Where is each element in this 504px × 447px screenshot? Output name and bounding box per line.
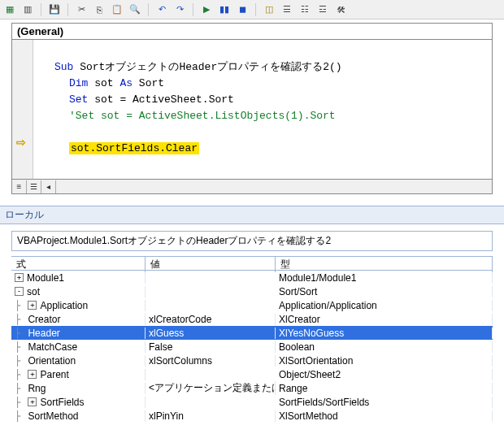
- locals-var-name: SortFields: [40, 397, 84, 408]
- locals-row[interactable]: ├ +ApplicationApplication/Application: [11, 298, 493, 312]
- locals-var-name: SortMethod: [28, 410, 78, 422]
- properties-icon[interactable]: ☷: [298, 3, 311, 16]
- locals-var-name: Header: [28, 328, 59, 339]
- procedure-dropdown[interactable]: (General): [11, 23, 493, 40]
- execution-pointer-icon: ⇨: [16, 136, 26, 149]
- paste-icon[interactable]: 📋: [111, 3, 124, 16]
- tree-toggle-icon[interactable]: +: [15, 273, 24, 282]
- project-explorer-icon[interactable]: ☰: [280, 3, 293, 16]
- current-exec-line: sot.SortFields.Clear: [69, 142, 199, 154]
- locals-row[interactable]: ├ +SortFieldsSortFields/SortFields: [11, 395, 493, 409]
- locals-var-type: Sort/Sort: [276, 286, 493, 297]
- code-gutter: ⇨: [12, 40, 33, 179]
- find-icon[interactable]: 🔍: [128, 3, 141, 16]
- locals-var-value: xlCreatorCode: [146, 314, 276, 325]
- save-icon[interactable]: 💾: [48, 3, 61, 16]
- keyword-set: Set: [69, 93, 88, 106]
- locals-row[interactable]: ├ CreatorxlCreatorCodeXlCreator: [11, 312, 493, 326]
- cut-icon[interactable]: ✂: [75, 3, 88, 16]
- locals-var-value: xlSortColumns: [146, 355, 276, 367]
- locals-grid-body: +Module1Module1/Module1-sotSort/Sort├ +A…: [11, 271, 493, 423]
- undo-icon[interactable]: ↶: [155, 3, 168, 16]
- sub-name: SortオブジェクトのHeaderプロパティを確認する2(): [73, 61, 341, 73]
- locals-var-type: Object/Sheet2: [276, 369, 493, 380]
- locals-grid-header: 式 値 型: [11, 257, 493, 271]
- col-value[interactable]: 値: [146, 257, 276, 272]
- locals-var-type: XlYesNoGuess: [276, 328, 493, 339]
- locals-var-name: Application: [40, 300, 88, 311]
- locals-var-name: Orientation: [28, 355, 76, 367]
- locals-row[interactable]: +Module1Module1/Module1: [11, 271, 493, 284]
- locals-context: VBAProject.Module1.SortオブジェクトのHeaderプロパテ…: [11, 231, 493, 251]
- locals-var-name: Parent: [40, 369, 68, 380]
- design-mode-icon[interactable]: ◫: [263, 3, 276, 16]
- procedure-view-icon[interactable]: ☰: [27, 180, 41, 193]
- locals-row[interactable]: ├ SortMethodxlPinYinXlSortMethod: [11, 409, 493, 423]
- run-icon[interactable]: ▶: [200, 3, 213, 16]
- locals-row[interactable]: ├ OrientationxlSortColumnsXlSortOrientat…: [11, 354, 493, 367]
- locals-var-type: XlCreator: [276, 314, 493, 325]
- object-browser-icon[interactable]: ☲: [316, 3, 329, 16]
- locals-var-type: SortFields/SortFields: [276, 397, 493, 408]
- stop-icon[interactable]: ◼: [236, 3, 249, 16]
- locals-row[interactable]: ├ MatchCaseFalseBoolean: [11, 340, 493, 354]
- locals-var-type: XlSortOrientation: [276, 355, 493, 367]
- locals-var-value: <アプリケーション定義または: [146, 381, 276, 395]
- col-type[interactable]: 型: [276, 257, 493, 272]
- sheet-icon[interactable]: ▥: [21, 3, 34, 16]
- procedure-dropdown-label: (General): [17, 25, 63, 37]
- tree-toggle-icon[interactable]: +: [28, 301, 37, 310]
- main-toolbar: ▦ ▥ 💾 ✂ ⎘ 📋 🔍 ↶ ↷ ▶ ▮▮ ◼ ◫ ☰ ☷ ☲ 🛠: [0, 0, 504, 20]
- tree-toggle-icon[interactable]: +: [28, 370, 37, 379]
- locals-var-type: Application/Application: [276, 300, 493, 311]
- excel-icon[interactable]: ▦: [3, 3, 16, 16]
- locals-var-name: Module1: [27, 272, 64, 284]
- code-editor[interactable]: Sub SortオブジェクトのHeaderプロパティを確認する2() Dim s…: [33, 40, 349, 179]
- keyword-sub: Sub: [54, 61, 73, 73]
- tree-toggle-icon[interactable]: -: [15, 287, 24, 296]
- locals-panel-title: ローカル: [0, 206, 504, 224]
- code-view-tabs: ≡ ☰ ◂: [11, 180, 493, 194]
- locals-var-name: Rng: [28, 383, 46, 394]
- locals-row[interactable]: ├ Rng<アプリケーション定義またはRange: [11, 381, 493, 395]
- locals-var-type: XlSortMethod: [276, 410, 493, 422]
- break-icon[interactable]: ▮▮: [218, 3, 231, 16]
- locals-var-name: sot: [27, 286, 40, 297]
- keyword-dim: Dim: [69, 77, 88, 89]
- locals-var-value: xlGuess: [146, 328, 276, 339]
- keyword-as: As: [119, 77, 133, 89]
- locals-var-value: False: [146, 341, 276, 353]
- full-module-view-icon[interactable]: ≡: [12, 180, 27, 193]
- locals-var-type: Module1/Module1: [276, 272, 493, 284]
- scroll-left-icon[interactable]: ◂: [41, 180, 56, 193]
- locals-grid: 式 値 型 +Module1Module1/Module1-sotSort/So…: [11, 256, 493, 423]
- comment-line: 'Set sot = ActiveSheet.ListObjects(1).So…: [69, 110, 336, 122]
- locals-var-name: MatchCase: [28, 341, 77, 353]
- locals-var-name: Creator: [28, 314, 60, 325]
- toolbox-icon[interactable]: 🛠: [334, 3, 347, 16]
- locals-row[interactable]: ├ HeaderxlGuessXlYesNoGuess: [11, 326, 493, 340]
- redo-icon[interactable]: ↷: [173, 3, 186, 16]
- tree-toggle-icon[interactable]: +: [28, 397, 37, 406]
- copy-icon[interactable]: ⎘: [93, 3, 106, 16]
- locals-var-value: xlPinYin: [146, 410, 276, 422]
- locals-row[interactable]: ├ +ParentObject/Sheet2: [11, 367, 493, 381]
- code-pane[interactable]: ⇨ Sub SortオブジェクトのHeaderプロパティを確認する2() Dim…: [11, 40, 493, 180]
- col-expression[interactable]: 式: [11, 257, 146, 272]
- locals-row[interactable]: -sotSort/Sort: [11, 284, 493, 298]
- locals-var-type: Boolean: [276, 341, 493, 353]
- locals-var-type: Range: [276, 383, 493, 394]
